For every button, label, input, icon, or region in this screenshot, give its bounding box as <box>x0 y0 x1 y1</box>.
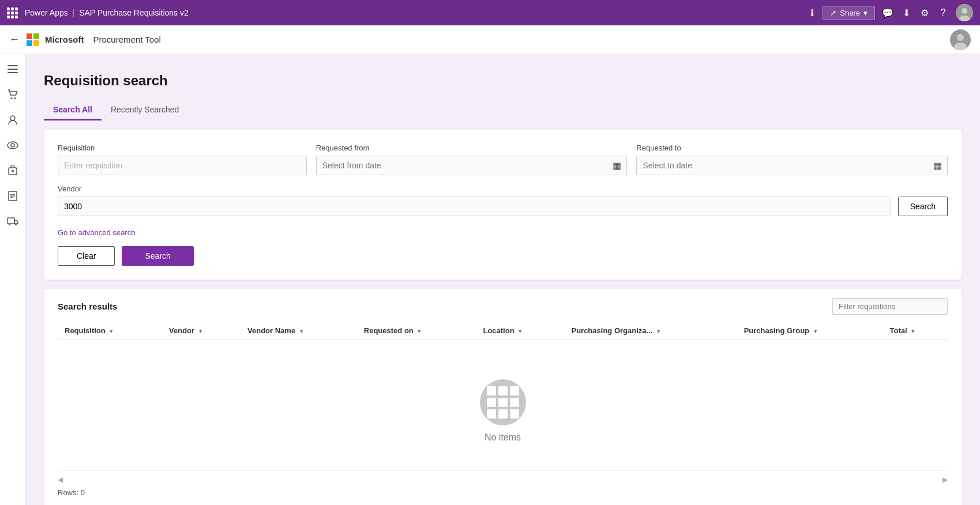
requested-to-group: Requested to ▦ <box>636 144 948 175</box>
scroll-left-icon[interactable]: ◀ <box>58 476 63 484</box>
info-icon[interactable]: ℹ <box>806 7 818 18</box>
col-requested-on[interactable]: Requested on ▾ <box>357 322 476 340</box>
truck-nav-icon[interactable] <box>2 211 23 232</box>
svg-point-8 <box>957 34 964 41</box>
requested-from-group: Requested from ▦ <box>316 144 628 175</box>
rows-count: Rows: 0 <box>58 486 948 499</box>
download-icon[interactable]: ⬇ <box>900 7 912 18</box>
search-vendor-button[interactable]: Search <box>898 197 948 216</box>
sort-icon-location: ▾ <box>519 328 521 334</box>
settings-icon[interactable]: ⚙ <box>919 7 930 18</box>
svg-rect-6 <box>33 40 39 46</box>
requisition-input[interactable] <box>58 156 307 175</box>
top-bar: Power Apps | SAP Purchase Requisitions v… <box>0 0 980 25</box>
col-vendor-name[interactable]: Vendor Name ▾ <box>241 322 357 340</box>
requested-to-wrapper: ▦ <box>636 156 948 175</box>
col-vendor[interactable]: Vendor ▾ <box>162 322 241 340</box>
results-header: Search results <box>58 298 948 315</box>
sort-icon-purchasing-group: ▾ <box>814 328 817 334</box>
requested-from-wrapper: ▦ <box>316 156 628 175</box>
filter-input[interactable] <box>832 298 948 315</box>
requisition-group: Requisition <box>58 144 307 175</box>
table-body: No items <box>58 340 948 471</box>
col-location[interactable]: Location ▾ <box>476 322 564 340</box>
menu-nav-icon[interactable] <box>2 59 23 80</box>
share-chevron-icon: ▾ <box>863 9 868 17</box>
svg-point-16 <box>7 142 18 149</box>
requested-from-label: Requested from <box>316 144 628 152</box>
svg-rect-3 <box>27 33 32 39</box>
svg-point-13 <box>10 97 12 99</box>
sort-icon-total: ▾ <box>911 328 914 334</box>
advanced-search-link[interactable]: Go to advanced search <box>58 228 135 237</box>
svg-rect-5 <box>27 40 32 46</box>
results-table: Requisition ▾ Vendor ▾ Vendor Name ▾ R <box>58 322 948 471</box>
svg-point-25 <box>9 224 10 225</box>
header-user-avatar[interactable] <box>950 29 971 50</box>
col-requisition[interactable]: Requisition ▾ <box>58 322 162 340</box>
table-header: Requisition ▾ Vendor ▾ Vendor Name ▾ R <box>58 322 948 340</box>
empty-icon <box>480 379 526 425</box>
svg-rect-12 <box>7 72 18 73</box>
main-layout: Requisition search Search All Recently S… <box>0 54 980 505</box>
scroll-right-icon[interactable]: ▶ <box>943 476 948 484</box>
tabs: Search All Recently Searched <box>44 100 962 120</box>
empty-state-row: No items <box>58 340 948 471</box>
table-header-row: Requisition ▾ Vendor ▾ Vendor Name ▾ R <box>58 322 948 340</box>
user-avatar[interactable] <box>956 4 973 21</box>
header-bar: ← Microsoft Procurement Tool <box>0 25 980 54</box>
svg-point-1 <box>962 8 967 14</box>
left-nav <box>0 54 25 505</box>
search-panel: Requisition Requested from ▦ Requested t… <box>44 130 962 280</box>
svg-rect-10 <box>7 65 18 66</box>
svg-rect-4 <box>33 33 39 39</box>
requested-to-input[interactable] <box>636 156 948 175</box>
document-nav-icon[interactable] <box>2 186 23 206</box>
calendar-from-icon[interactable]: ▦ <box>613 160 621 171</box>
svg-point-17 <box>11 144 14 147</box>
back-button[interactable]: ← <box>9 33 20 46</box>
results-title: Search results <box>58 302 117 311</box>
cart-nav-icon[interactable] <box>2 84 23 105</box>
tab-search-all[interactable]: Search All <box>44 100 102 120</box>
badge-nav-icon[interactable] <box>2 160 23 181</box>
col-purchasing-group[interactable]: Purchasing Group ▾ <box>737 322 883 340</box>
share-button[interactable]: ↗ Share ▾ <box>823 6 875 20</box>
empty-grid-icon <box>487 386 519 419</box>
search-button[interactable]: Search <box>122 246 193 266</box>
requested-from-input[interactable] <box>316 156 628 175</box>
vendor-group: Vendor Search <box>58 184 948 223</box>
sort-icon-purchasing-org: ▾ <box>657 328 660 334</box>
share-icon: ↗ <box>830 9 836 17</box>
vendor-input[interactable] <box>58 197 891 216</box>
col-total[interactable]: Total ▾ <box>883 322 948 340</box>
content-area: Requisition search Search All Recently S… <box>25 54 980 505</box>
sort-icon-requested-on: ▾ <box>418 328 420 334</box>
col-purchasing-org[interactable]: Purchasing Organiza... ▾ <box>564 322 737 340</box>
waffle-icon[interactable] <box>7 7 18 18</box>
svg-point-19 <box>12 170 14 172</box>
results-panel: Search results Requisition ▾ Vendor ▾ <box>44 289 962 505</box>
tab-recently-searched[interactable]: Recently Searched <box>102 100 188 120</box>
svg-point-15 <box>10 116 15 120</box>
eye-nav-icon[interactable] <box>2 135 23 156</box>
microsoft-logo <box>27 33 39 46</box>
header-app-title: Procurement Tool <box>93 35 161 44</box>
chat-icon[interactable]: 💬 <box>882 7 893 18</box>
svg-rect-24 <box>7 218 14 224</box>
empty-text: No items <box>485 432 521 443</box>
sort-icon-vendor-name: ▾ <box>300 328 303 334</box>
hscroll-bar: ◀ ▶ <box>58 473 948 486</box>
form-row-1: Requisition Requested from ▦ Requested t… <box>58 144 948 175</box>
vendor-input-wrap <box>58 197 891 216</box>
action-buttons: Clear Search <box>58 246 948 266</box>
help-icon[interactable]: ? <box>937 7 949 18</box>
vendor-row: Search <box>58 197 948 216</box>
contacts-nav-icon[interactable] <box>2 110 23 130</box>
vendor-label: Vendor <box>58 184 948 193</box>
svg-rect-11 <box>7 69 18 70</box>
svg-point-26 <box>15 224 17 225</box>
clear-button[interactable]: Clear <box>58 246 115 266</box>
header-right <box>950 29 971 50</box>
calendar-to-icon[interactable]: ▦ <box>933 160 942 171</box>
